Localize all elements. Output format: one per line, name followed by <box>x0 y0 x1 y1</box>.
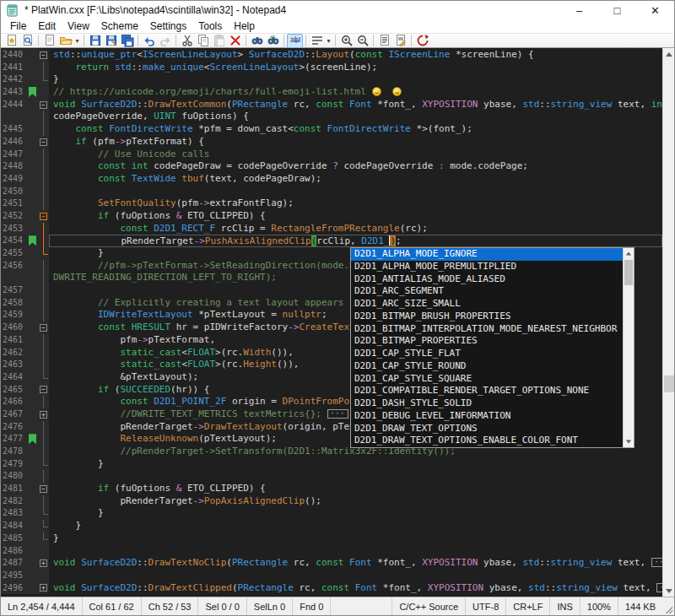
find-button[interactable] <box>249 34 265 48</box>
code-row[interactable]: 2481− if (fuOptions & ETO_CLIPPED) { <box>1 483 662 495</box>
fold-margin[interactable] <box>38 62 49 74</box>
code-row[interactable]: 2453 const D2D1_RECT_F rcClip = Rectangl… <box>1 223 662 235</box>
code-row[interactable]: 2451 SetFontQuality(pfm->extraFontFlag); <box>1 197 662 210</box>
fold-collapse-icon[interactable]: − <box>40 101 47 109</box>
save-copy-button[interactable] <box>119 34 135 48</box>
code-row[interactable]: 2452− if (fuOptions & ETO_CLIPPED) { <box>1 210 662 223</box>
bookmark-margin[interactable] <box>28 483 38 495</box>
status-encoding[interactable]: UTF-8 <box>465 597 505 615</box>
bookmark-margin[interactable] <box>28 260 38 273</box>
bookmark-margin[interactable] <box>28 297 38 310</box>
fold-collapse-icon[interactable]: − <box>40 138 47 146</box>
bookmark-margin[interactable] <box>28 160 38 173</box>
close-button[interactable]: ✕ <box>636 1 674 19</box>
code-row[interactable]: 2448 const int codePageDraw = codePageOv… <box>1 160 662 173</box>
fold-margin[interactable] <box>38 359 49 371</box>
autocomplete-scroll-up-icon[interactable] <box>624 248 634 259</box>
status-line-ending[interactable]: CR+LF <box>505 597 549 615</box>
status-character[interactable]: Ch 52 / 53 <box>142 597 199 615</box>
fold-margin[interactable] <box>38 545 49 558</box>
fold-margin[interactable] <box>38 223 49 235</box>
status-line-col[interactable]: Ln 2,454 / 4,444 <box>1 597 83 615</box>
fold-collapse-icon[interactable]: − <box>40 324 47 332</box>
status-find-count[interactable]: Fnd 0 <box>293 597 331 615</box>
status-file-size[interactable]: 144 KB <box>618 597 662 615</box>
fold-margin[interactable] <box>38 570 49 582</box>
open-file-dropdown-caret-icon[interactable]: ▾ <box>73 34 81 48</box>
status-insert-mode[interactable]: INS <box>549 597 579 615</box>
undo-button[interactable] <box>141 34 157 48</box>
bookmark-margin[interactable] <box>28 532 38 545</box>
bookmark-margin[interactable] <box>28 86 38 99</box>
fold-margin[interactable] <box>38 532 49 545</box>
bookmark-margin[interactable] <box>28 495 38 508</box>
delete-button[interactable] <box>227 34 243 48</box>
autocomplete-item[interactable]: D2D1_ARC_SIZE_SMALL <box>351 298 623 311</box>
fold-margin[interactable]: − <box>38 136 49 149</box>
bookmark-margin[interactable] <box>28 235 38 247</box>
fold-margin[interactable] <box>38 458 49 471</box>
fold-margin[interactable] <box>38 86 49 99</box>
fold-margin[interactable] <box>38 347 49 359</box>
autocomplete-item-selected[interactable]: D2D1_ALPHA_MODE_IGNORE <box>351 248 623 261</box>
fold-margin[interactable]: − <box>38 384 49 397</box>
fold-margin[interactable]: − <box>38 49 49 62</box>
scroll-down-arrow-icon[interactable] <box>663 585 674 597</box>
autocomplete-item[interactable]: D2D1_ANTIALIAS_MODE_ALIASED <box>351 273 623 286</box>
menu-help[interactable]: Help <box>228 19 261 33</box>
autocomplete-item[interactable]: D2D1_ARC_SEGMENT <box>351 285 623 298</box>
fold-margin[interactable] <box>38 111 49 123</box>
bookmark-margin[interactable] <box>28 396 38 408</box>
bookmark-margin[interactable] <box>28 210 38 223</box>
code-row[interactable]: 2447 // Use Unicode calls <box>1 149 662 161</box>
code-row[interactable]: 2440−std::unique_ptr<IScreenLineLayout> … <box>1 49 662 62</box>
save-file-button[interactable] <box>87 34 103 48</box>
bookmark-margin[interactable] <box>28 186 38 198</box>
save-as-button[interactable] <box>103 34 119 48</box>
bookmark-margin[interactable] <box>28 557 38 570</box>
bookmark-margin[interactable] <box>28 520 38 532</box>
code-row[interactable]: 2446− if (pfm->pTextFormat) { <box>1 136 662 149</box>
view-scheme-button[interactable] <box>376 34 392 48</box>
minimize-button[interactable]: – <box>560 1 598 19</box>
fold-margin[interactable] <box>38 160 49 173</box>
bookmark-margin[interactable] <box>28 197 38 210</box>
code-row[interactable]: 2483 } <box>1 507 662 520</box>
fold-margin[interactable] <box>38 371 49 384</box>
code-row[interactable]: 2486 <box>1 545 662 558</box>
fold-expand-icon[interactable]: + <box>40 584 47 592</box>
bookmark-margin[interactable] <box>28 284 38 297</box>
fold-margin[interactable] <box>38 433 49 446</box>
autocomplete-item[interactable]: D2D1_DRAW_TEXT_OPTIONS <box>351 423 623 435</box>
fold-margin[interactable] <box>38 495 49 508</box>
favorites-add-button[interactable] <box>3 34 19 48</box>
code-row[interactable]: 2480 <box>1 470 662 483</box>
fold-margin[interactable]: − <box>38 99 49 111</box>
bookmark-margin[interactable] <box>28 272 38 284</box>
bookmark-margin[interactable] <box>28 470 38 483</box>
bookmark-margin[interactable] <box>28 334 38 347</box>
code-row[interactable]: 2449 const TextWide tbuf(text, codePageD… <box>1 173 662 186</box>
new-file-button[interactable] <box>41 34 57 48</box>
autocomplete-item[interactable]: D2D1_DASH_STYLE_SOLID <box>351 397 623 410</box>
autocomplete-item[interactable]: D2D1_ALPHA_MODE_PREMULTIPLIED <box>351 261 623 273</box>
autocomplete-item[interactable]: D2D1_CAP_STYLE_SQUARE <box>351 373 623 386</box>
fold-margin[interactable] <box>38 334 49 347</box>
fold-margin[interactable] <box>38 297 49 310</box>
favorites-manage-button[interactable] <box>19 34 35 48</box>
line-endings-dropdown-caret-icon[interactable]: ▾ <box>325 34 332 48</box>
fold-margin[interactable] <box>38 73 49 86</box>
bookmark-margin[interactable] <box>28 123 38 136</box>
bookmark-margin[interactable] <box>28 99 38 111</box>
copy-button[interactable] <box>195 34 211 48</box>
fold-expand-icon[interactable]: + <box>40 411 47 419</box>
folded-text-ellipsis[interactable]: ··· <box>656 583 662 592</box>
zoom-out-button[interactable] <box>354 34 370 48</box>
fold-margin[interactable] <box>38 186 49 198</box>
status-column[interactable]: Col 61 / 62 <box>83 597 142 615</box>
fold-margin[interactable] <box>38 197 49 210</box>
fold-margin[interactable] <box>38 272 49 284</box>
status-zoom-level[interactable]: 100% <box>580 597 618 615</box>
bookmark-margin[interactable] <box>28 408 38 421</box>
customize-scheme-button[interactable] <box>392 34 408 48</box>
